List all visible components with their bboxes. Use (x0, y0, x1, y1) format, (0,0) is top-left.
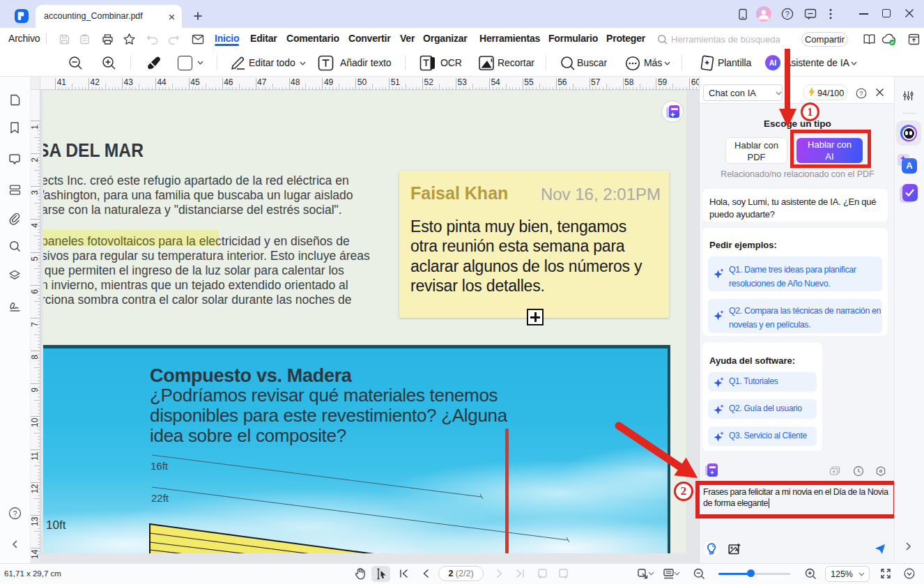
svg-text:?: ? (859, 89, 863, 97)
svg-text:?: ? (785, 10, 790, 18)
svg-text:?: ? (13, 509, 17, 518)
